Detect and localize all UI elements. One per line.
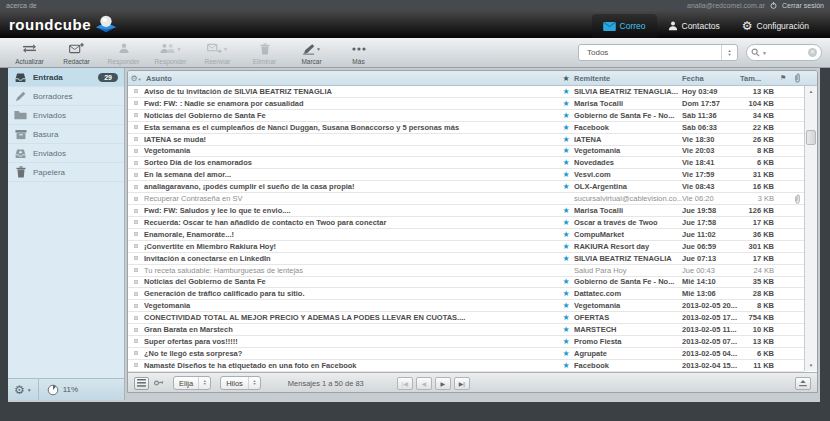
read-status-icon[interactable] [128, 149, 144, 153]
message-row[interactable]: Esta semana es el cumpleaños de Nanci Du… [128, 122, 804, 134]
column-header-star-icon[interactable]: ★ [558, 74, 574, 83]
list-options-icon[interactable]: ⚙▼ [128, 74, 144, 83]
message-row[interactable]: Tu receta saludable: Hamburguesas de len… [128, 265, 804, 277]
toolbar-responder-button[interactable]: ▼ Responder [100, 40, 147, 66]
sidebar-folder-borradores[interactable]: Borradores [8, 87, 124, 106]
read-status-icon[interactable] [128, 197, 144, 201]
message-row[interactable]: Vegetomania ★ Vegetomania 2013-02-05 20.… [128, 300, 804, 312]
select-messages-dropdown[interactable]: Elija ▲▼ [173, 376, 211, 390]
read-status-icon[interactable] [128, 304, 144, 308]
expand-panel-button[interactable] [795, 377, 811, 390]
column-header-sender[interactable]: Remitente [574, 74, 682, 83]
message-row[interactable]: Vegetomania ★ Vegetomania Vie 20:03 8 KB [128, 146, 804, 158]
star-icon[interactable]: ★ [558, 170, 574, 179]
search-options-caret-icon[interactable]: ▼ [762, 50, 767, 56]
sidebar-folder-enviados[interactable]: Enviados [8, 106, 124, 125]
list-view-icon[interactable] [134, 377, 149, 390]
search-icon[interactable] [751, 48, 760, 57]
tab-configuracion[interactable]: ⚙ Configuración [731, 14, 820, 38]
message-row[interactable]: Gran Barata en Marstech ★ MARSTECH 2013-… [128, 324, 804, 336]
read-status-icon[interactable] [128, 89, 144, 93]
vertical-scrollbar[interactable]: ▲ ▼ [804, 86, 817, 371]
column-header-attachment-icon[interactable] [791, 73, 804, 83]
previous-page-button[interactable]: ◀ [416, 377, 432, 390]
star-icon[interactable]: ★ [558, 206, 574, 215]
message-row[interactable]: CONECTIVIDAD TOTAL AL MEJOR PRECIO Y ADE… [128, 312, 804, 324]
message-row[interactable]: Sorteo Día de los enamorados ★ Novedades… [128, 157, 804, 169]
toolbar-eliminar-button[interactable]: ▼ Eliminar [241, 40, 288, 66]
sidebar-folder-entrada[interactable]: Entrada 29 [8, 68, 124, 87]
sidebar-folder-basura[interactable]: Basura [8, 125, 124, 144]
message-row[interactable]: Noticias del Gobierno de Santa Fe ★ Gobi… [128, 110, 804, 122]
star-icon[interactable]: ★ [558, 230, 574, 239]
message-row[interactable]: Fwd: FW: Saludos y lee lo que te envio..… [128, 205, 804, 217]
read-status-icon[interactable] [128, 351, 144, 355]
star-icon[interactable]: ★ [558, 123, 574, 132]
next-page-button[interactable]: ▶ [435, 377, 451, 390]
message-row[interactable]: Fwd: FW: : Nadie se enamora por casualid… [128, 98, 804, 110]
star-icon[interactable]: ★ [558, 87, 574, 96]
message-row[interactable]: Invitación a conectarse en LinkedIn ★ SI… [128, 253, 804, 265]
read-status-icon[interactable] [128, 244, 144, 248]
read-status-icon[interactable] [128, 125, 144, 129]
column-header-subject[interactable]: Asunto [144, 74, 558, 83]
column-header-date[interactable]: Fecha [682, 74, 740, 83]
message-row[interactable]: ¿No te llegó esta sorpresa? ★ Agrupate 2… [128, 348, 804, 360]
read-status-icon[interactable] [128, 209, 144, 213]
star-icon[interactable]: ★ [558, 182, 574, 191]
read-status-icon[interactable] [128, 173, 144, 177]
star-icon[interactable]: ★ [558, 301, 574, 310]
logout-button[interactable]: Cerrar sesión [782, 2, 824, 9]
read-status-icon[interactable] [128, 113, 144, 117]
star-icon[interactable]: ★ [558, 146, 574, 155]
star-icon[interactable]: ★ [558, 337, 574, 346]
toolbar-marcar-button[interactable]: ▼ Marcar [288, 40, 335, 66]
star-icon[interactable]: ★ [558, 218, 574, 227]
star-icon[interactable]: ★ [558, 135, 574, 144]
star-icon[interactable]: ★ [558, 158, 574, 167]
toolbar-responder-button[interactable]: ▼ Responder [147, 40, 194, 66]
filter-select[interactable]: Todos ▲▼ [578, 44, 738, 61]
star-icon[interactable]: ★ [558, 277, 574, 286]
column-header-size[interactable]: Tam... [740, 74, 780, 83]
read-status-icon[interactable] [128, 292, 144, 296]
message-row[interactable]: Enamorale, Enamoráte...! ★ CompuMarket J… [128, 229, 804, 241]
message-row[interactable]: Generación de tráfico calificado para tu… [128, 288, 804, 300]
read-status-icon[interactable] [128, 363, 144, 367]
threads-dropdown[interactable]: Hilos ▲▼ [220, 376, 261, 390]
toolbar-mas-button[interactable]: ▼ Más [335, 40, 382, 66]
read-status-icon[interactable] [128, 316, 144, 320]
message-row[interactable]: ¡Convertite en Miembro Rakiura Hoy! ★ RA… [128, 241, 804, 253]
read-status-icon[interactable] [128, 161, 144, 165]
scrollbar-thumb[interactable] [806, 130, 816, 145]
toolbar-redactar-button[interactable]: ▼ Redactar [53, 40, 100, 66]
message-row[interactable]: En la semana del amor... ★ Vesvi.com Vie… [128, 169, 804, 181]
read-status-icon[interactable] [128, 256, 144, 260]
read-status-icon[interactable] [128, 280, 144, 284]
message-row[interactable]: Recuperar Contraseña en SV sucursalvirtu… [128, 193, 804, 205]
read-status-icon[interactable] [128, 185, 144, 189]
folder-actions-button[interactable]: ⚙ ▼ [14, 379, 39, 400]
message-row[interactable]: IATENA se muda! ★ IATENA Vie 18:30 26 KB [128, 134, 804, 146]
message-row[interactable]: Namasté Diseños te ha etiquetado en una … [128, 360, 804, 372]
tab-contactos[interactable]: Contactos [657, 14, 731, 38]
scroll-up-icon[interactable]: ▲ [805, 86, 817, 97]
tab-correo[interactable]: Correo [592, 14, 657, 38]
scroll-down-icon[interactable]: ▼ [805, 360, 817, 371]
star-icon[interactable]: ★ [558, 313, 574, 322]
toolbar-actualizar-button[interactable]: ▼ Actualizar [6, 40, 53, 66]
message-row[interactable]: analiagaravano, ¡podés cumplir el sueño … [128, 181, 804, 193]
message-row[interactable]: Aviso de tu invitación de SILVIA BEATRIZ… [128, 86, 804, 98]
read-status-icon[interactable] [128, 268, 144, 272]
star-icon[interactable]: ★ [558, 289, 574, 298]
message-row[interactable]: Recuerda: Oscar te han añadido de contac… [128, 217, 804, 229]
about-link[interactable]: acerca de [6, 2, 37, 9]
message-row[interactable]: Noticias del Gobierno de Santa Fe ★ Gobi… [128, 277, 804, 289]
search-clear-icon[interactable]: ✕ [808, 48, 817, 57]
read-status-icon[interactable] [128, 137, 144, 141]
column-header-flag-icon[interactable]: ⚑ [780, 74, 791, 82]
sidebar-folder-papelera[interactable]: Papelera [8, 163, 124, 182]
sidebar-folder-enviados[interactable]: Enviados [8, 144, 124, 163]
last-page-button[interactable]: ▶| [454, 377, 470, 390]
message-row[interactable]: Super ofertas para vos!!!!! ★ Promo Fies… [128, 336, 804, 348]
